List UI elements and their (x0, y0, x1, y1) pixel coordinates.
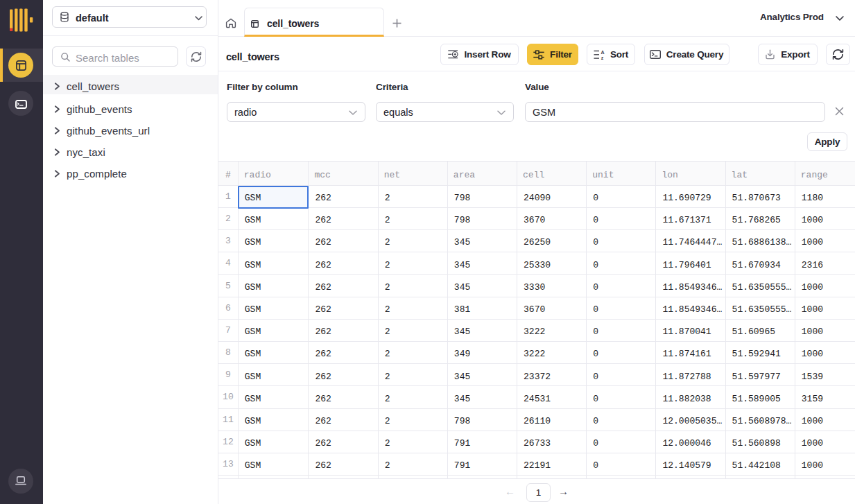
svg-text:z: z (601, 55, 604, 59)
svg-text:A: A (601, 50, 604, 55)
